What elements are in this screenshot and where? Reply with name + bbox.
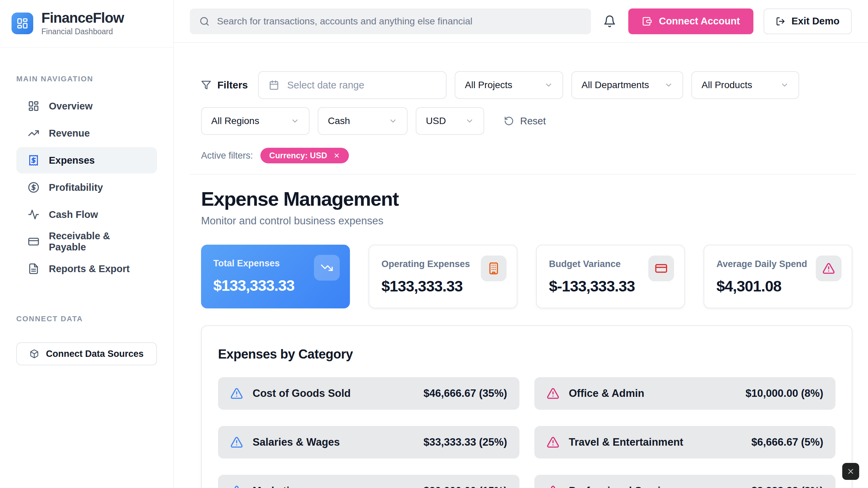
main-navigation: MAIN NAVIGATION Overview Revenue Expense…	[0, 75, 173, 365]
currency-select-value: USD	[426, 116, 446, 126]
category-name: Travel & Entertainment	[569, 436, 684, 448]
package-icon	[29, 349, 39, 359]
brand-header: FinanceFlow Financial Dashboard	[0, 0, 173, 47]
category-grid: Cost of Goods Sold $46,666.67 (35%) Offi…	[218, 377, 835, 488]
credit-card-icon	[28, 236, 39, 247]
close-overlay-button[interactable]	[842, 463, 859, 480]
stat-card-total-expenses: Total Expenses $133,333.33	[201, 245, 350, 308]
reset-label: Reset	[520, 116, 546, 127]
active-filter-chip-label: Currency: USD	[269, 151, 327, 160]
trending-up-icon	[28, 127, 39, 139]
regions-select[interactable]: All Regions	[201, 107, 310, 135]
wallet-icon	[642, 16, 652, 26]
filter-icon	[201, 80, 211, 90]
sidebar: FinanceFlow Financial Dashboard MAIN NAV…	[0, 0, 174, 488]
page-subtitle: Monitor and control business expenses	[201, 215, 852, 227]
chevron-down-icon	[389, 117, 397, 125]
dashboard-icon	[28, 100, 39, 112]
sidebar-item-label: Revenue	[49, 128, 90, 139]
category-section-title: Expenses by Category	[218, 347, 835, 362]
sidebar-item-label: Receivable & Payable	[49, 230, 145, 253]
filters-row-1: Filters Select date range All Projects A…	[201, 71, 852, 99]
brand-name: FinanceFlow	[41, 10, 124, 26]
category-amount: $10,000.00 (8%)	[746, 387, 823, 400]
projects-select-value: All Projects	[465, 80, 512, 90]
alert-triangle-icon	[822, 262, 835, 275]
departments-select[interactable]: All Departments	[571, 71, 683, 99]
connect-data-sources-label: Connect Data Sources	[46, 349, 143, 359]
chevron-down-icon	[664, 81, 673, 89]
calendar-icon	[269, 80, 279, 90]
dashboard-logo-icon	[16, 17, 28, 29]
topbar: Connect Account Exit Demo	[174, 0, 868, 43]
active-filters-row: Active filters: Currency: USD	[201, 148, 852, 163]
remove-filter-button[interactable]	[333, 152, 340, 159]
chevron-down-icon	[291, 117, 299, 125]
sidebar-item-expenses[interactable]: Expenses	[16, 147, 157, 174]
search-box[interactable]	[190, 8, 591, 34]
category-amount: $3,333.33 (3%)	[751, 485, 823, 488]
sidebar-item-profitability[interactable]: Profitability	[16, 174, 157, 201]
activity-icon	[28, 209, 39, 220]
sidebar-item-cash-flow[interactable]: Cash Flow	[16, 201, 157, 228]
connect-account-button[interactable]: Connect Account	[628, 8, 753, 34]
projects-select[interactable]: All Projects	[455, 71, 563, 99]
search-icon	[199, 16, 210, 26]
filters-row-2: All Regions Cash USD Reset	[201, 107, 852, 135]
category-row-professional-services: Professional Services $3,333.33 (3%)	[534, 475, 836, 488]
sidebar-item-receivable-payable[interactable]: Receivable & Payable	[16, 228, 157, 255]
alert-triangle-icon	[230, 387, 243, 400]
category-amount: $33,333.33 (25%)	[423, 436, 507, 448]
category-amount: $6,666.67 (5%)	[751, 436, 823, 448]
expenses-by-category-card: Expenses by Category Cost of Goods Sold …	[201, 325, 852, 488]
filters-title-label: Filters	[217, 79, 248, 91]
notifications-button[interactable]	[603, 15, 616, 28]
bell-icon	[603, 15, 616, 28]
page-title: Expense Management	[201, 187, 852, 210]
alert-triangle-icon	[230, 485, 243, 488]
rotate-ccw-icon	[504, 116, 514, 126]
alert-triangle-icon	[547, 436, 559, 449]
date-range-input[interactable]: Select date range	[258, 71, 447, 99]
category-name: Office & Admin	[569, 387, 645, 400]
search-input[interactable]	[217, 16, 581, 27]
chevron-down-icon	[780, 81, 789, 89]
connect-data-sources-button[interactable]: Connect Data Sources	[16, 342, 157, 365]
exit-demo-label: Exit Demo	[791, 16, 840, 27]
close-icon	[333, 152, 340, 159]
active-filters-label: Active filters:	[201, 150, 253, 161]
credit-card-icon	[655, 262, 668, 275]
payment-method-select[interactable]: Cash	[318, 107, 408, 135]
building-icon	[487, 262, 500, 275]
currency-select[interactable]: USD	[416, 107, 484, 135]
receipt-icon	[28, 155, 39, 166]
exit-demo-button[interactable]: Exit Demo	[764, 8, 852, 34]
active-filter-chip-currency[interactable]: Currency: USD	[260, 148, 349, 163]
trending-down-icon	[320, 261, 333, 274]
stat-icon-box	[481, 256, 507, 281]
chevron-down-icon	[544, 81, 553, 89]
sidebar-item-label: Overview	[49, 101, 93, 112]
stat-card-average-daily-spend: Average Daily Spend $4,301.08	[704, 245, 852, 308]
category-name: Professional Services	[569, 485, 678, 488]
sidebar-item-revenue[interactable]: Revenue	[16, 120, 157, 146]
category-row-cost-of-goods-sold: Cost of Goods Sold $46,666.67 (35%)	[218, 377, 519, 410]
stat-cards: Total Expenses $133,333.33 Operating Exp…	[201, 245, 852, 308]
sidebar-item-overview[interactable]: Overview	[16, 93, 157, 119]
file-text-icon	[28, 263, 39, 274]
sidebar-item-reports-export[interactable]: Reports & Export	[16, 256, 157, 282]
sidebar-item-label: Cash Flow	[49, 209, 98, 220]
stat-card-budget-variance: Budget Variance $-133,333.33	[536, 245, 685, 308]
close-icon	[847, 467, 855, 475]
alert-triangle-icon	[547, 485, 559, 488]
products-select[interactable]: All Products	[691, 71, 799, 99]
nav-section-label: MAIN NAVIGATION	[16, 75, 157, 83]
logout-icon	[776, 17, 785, 26]
category-row-salaries-wages: Salaries & Wages $33,333.33 (25%)	[218, 426, 519, 459]
departments-select-value: All Departments	[581, 80, 649, 90]
reset-filters-button[interactable]: Reset	[504, 116, 546, 127]
date-range-placeholder: Select date range	[287, 80, 364, 91]
payment-method-select-value: Cash	[328, 116, 350, 126]
dollar-circle-icon	[28, 182, 39, 193]
category-row-office-admin: Office & Admin $10,000.00 (8%)	[534, 377, 836, 410]
